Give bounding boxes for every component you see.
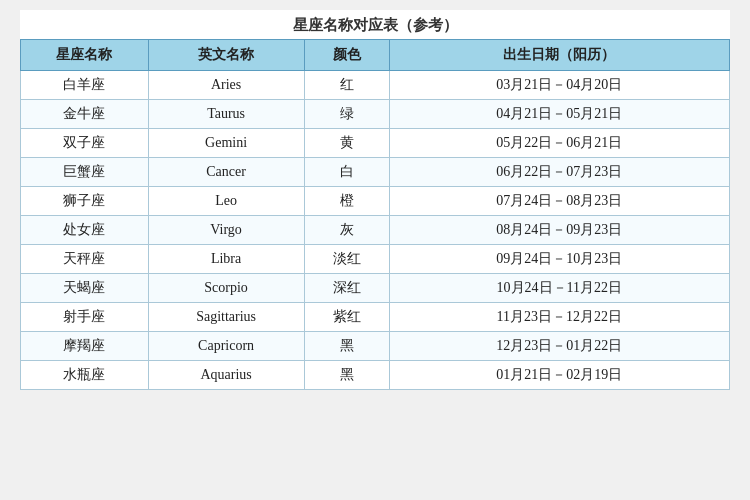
table-row: 巨蟹座Cancer白06月22日－07月23日 (21, 158, 730, 187)
cell-date: 12月23日－01月22日 (389, 332, 729, 361)
cell-color: 灰 (304, 216, 389, 245)
cell-color: 白 (304, 158, 389, 187)
header-name: 星座名称 (21, 40, 149, 71)
cell-en-name: Aries (148, 71, 304, 100)
cell-date: 07月24日－08月23日 (389, 187, 729, 216)
cell-zodiac-name: 摩羯座 (21, 332, 149, 361)
cell-color: 深红 (304, 274, 389, 303)
cell-date: 05月22日－06月21日 (389, 129, 729, 158)
cell-date: 03月21日－04月20日 (389, 71, 729, 100)
table-row: 白羊座Aries红03月21日－04月20日 (21, 71, 730, 100)
table-row: 射手座Sagittarius紫红11月23日－12月22日 (21, 303, 730, 332)
cell-en-name: Gemini (148, 129, 304, 158)
cell-zodiac-name: 射手座 (21, 303, 149, 332)
cell-zodiac-name: 处女座 (21, 216, 149, 245)
cell-en-name: Capricorn (148, 332, 304, 361)
cell-zodiac-name: 双子座 (21, 129, 149, 158)
cell-en-name: Sagittarius (148, 303, 304, 332)
cell-zodiac-name: 白羊座 (21, 71, 149, 100)
table-row: 双子座Gemini黄05月22日－06月21日 (21, 129, 730, 158)
zodiac-table: 星座名称 英文名称 颜色 出生日期（阳历） 白羊座Aries红03月21日－04… (20, 39, 730, 390)
cell-date: 11月23日－12月22日 (389, 303, 729, 332)
cell-zodiac-name: 狮子座 (21, 187, 149, 216)
header-color: 颜色 (304, 40, 389, 71)
cell-zodiac-name: 天蝎座 (21, 274, 149, 303)
page-title: 星座名称对应表（参考） (20, 10, 730, 39)
table-row: 摩羯座Capricorn黑12月23日－01月22日 (21, 332, 730, 361)
cell-color: 绿 (304, 100, 389, 129)
table-row: 狮子座Leo橙07月24日－08月23日 (21, 187, 730, 216)
table-row: 天秤座Libra淡红09月24日－10月23日 (21, 245, 730, 274)
cell-color: 黄 (304, 129, 389, 158)
cell-en-name: Taurus (148, 100, 304, 129)
cell-en-name: Leo (148, 187, 304, 216)
cell-color: 淡红 (304, 245, 389, 274)
main-container: 星座名称对应表（参考） 星座名称 英文名称 颜色 出生日期（阳历） 白羊座Ari… (20, 10, 730, 390)
cell-color: 黑 (304, 361, 389, 390)
header-date: 出生日期（阳历） (389, 40, 729, 71)
cell-en-name: Aquarius (148, 361, 304, 390)
cell-zodiac-name: 天秤座 (21, 245, 149, 274)
cell-zodiac-name: 水瓶座 (21, 361, 149, 390)
cell-en-name: Libra (148, 245, 304, 274)
cell-date: 06月22日－07月23日 (389, 158, 729, 187)
cell-color: 黑 (304, 332, 389, 361)
table-row: 处女座Virgo灰08月24日－09月23日 (21, 216, 730, 245)
cell-zodiac-name: 巨蟹座 (21, 158, 149, 187)
header-en-name: 英文名称 (148, 40, 304, 71)
cell-en-name: Cancer (148, 158, 304, 187)
cell-color: 红 (304, 71, 389, 100)
table-row: 金牛座Taurus绿04月21日－05月21日 (21, 100, 730, 129)
cell-date: 04月21日－05月21日 (389, 100, 729, 129)
cell-date: 01月21日－02月19日 (389, 361, 729, 390)
cell-date: 10月24日－11月22日 (389, 274, 729, 303)
cell-zodiac-name: 金牛座 (21, 100, 149, 129)
cell-en-name: Virgo (148, 216, 304, 245)
table-row: 水瓶座Aquarius黑01月21日－02月19日 (21, 361, 730, 390)
cell-date: 09月24日－10月23日 (389, 245, 729, 274)
cell-color: 橙 (304, 187, 389, 216)
cell-color: 紫红 (304, 303, 389, 332)
table-header-row: 星座名称 英文名称 颜色 出生日期（阳历） (21, 40, 730, 71)
cell-en-name: Scorpio (148, 274, 304, 303)
table-row: 天蝎座Scorpio深红10月24日－11月22日 (21, 274, 730, 303)
cell-date: 08月24日－09月23日 (389, 216, 729, 245)
